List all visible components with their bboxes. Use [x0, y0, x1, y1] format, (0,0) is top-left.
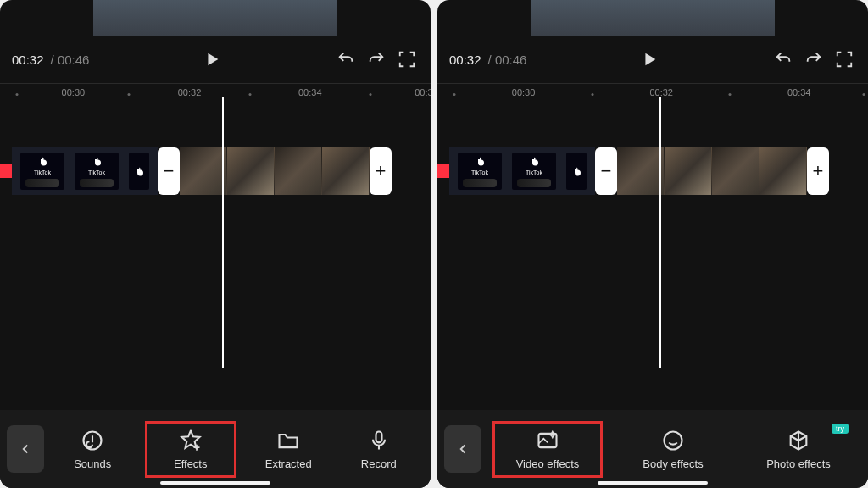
- undo-button[interactable]: [771, 47, 795, 71]
- current-time: 00:32: [449, 53, 481, 67]
- timeline-ruler[interactable]: 00:30 00:32 00:34 00:36: [0, 83, 431, 105]
- image-sparkle-icon: [536, 429, 559, 452]
- tool-video-effects[interactable]: Video effects: [492, 421, 603, 478]
- video-track: TikTok TikTok − +: [12, 147, 392, 195]
- cube-icon: [787, 429, 810, 452]
- playback-controls: 00:32 / 00:46: [437, 36, 868, 80]
- tool-label: Sounds: [74, 458, 111, 470]
- total-time: / 00:46: [51, 53, 90, 67]
- tool-effects[interactable]: Effects: [145, 421, 236, 478]
- playhead[interactable]: [222, 97, 224, 368]
- video-preview: [93, 0, 337, 36]
- tool-photo-effects[interactable]: try Photo effects: [743, 425, 854, 474]
- tool-record[interactable]: Record: [341, 425, 417, 474]
- microphone-icon: [367, 429, 391, 452]
- home-indicator[interactable]: [598, 481, 708, 485]
- playhead[interactable]: [659, 97, 661, 368]
- editor-panel-right: 00:32 / 00:46 00:30 00:32 00:34: [437, 0, 868, 488]
- bottom-toolbar: Sounds Effects Extracted Record: [0, 410, 431, 488]
- tool-label: Photo effects: [766, 458, 831, 470]
- clip-tiktok[interactable]: TikTok TikTok: [449, 147, 595, 195]
- clip-add-button[interactable]: +: [370, 147, 392, 195]
- clip-main[interactable]: [180, 147, 370, 195]
- timeline-area[interactable]: TikTok TikTok − +: [437, 130, 868, 224]
- playback-controls: 00:32 / 00:46: [0, 36, 431, 80]
- clip-thumb: TikTok: [20, 152, 64, 190]
- tool-body-effects[interactable]: Body effects: [618, 425, 728, 474]
- undo-button[interactable]: [334, 47, 358, 71]
- tool-label: Effects: [174, 458, 208, 470]
- clip-thumb: TikTok: [458, 152, 502, 190]
- current-time: 00:32: [12, 53, 44, 67]
- tool-label: Body effects: [643, 458, 703, 470]
- timeline-area[interactable]: TikTok TikTok − +: [0, 130, 431, 224]
- home-indicator[interactable]: [160, 481, 270, 485]
- total-time: / 00:46: [488, 53, 527, 67]
- timeline-ruler[interactable]: 00:30 00:32 00:34: [437, 83, 868, 105]
- ruler-tick: 00:32: [649, 87, 673, 97]
- clip-trim-handle-left[interactable]: −: [158, 147, 180, 195]
- clip-thumb: [566, 152, 587, 190]
- tool-label: Extracted: [265, 458, 312, 470]
- ruler-tick: 00:30: [62, 87, 86, 97]
- try-badge: try: [832, 424, 849, 434]
- clip-thumb: [129, 152, 149, 190]
- clip-main[interactable]: [617, 147, 807, 195]
- star-icon: [179, 429, 203, 452]
- bottom-toolbar: Video effects Body effects try Photo eff…: [437, 410, 868, 488]
- tool-label: Video effects: [516, 458, 580, 470]
- tool-label: Record: [361, 458, 397, 470]
- music-note-icon: [81, 429, 104, 452]
- video-preview: [531, 0, 775, 36]
- redo-button[interactable]: [364, 47, 388, 71]
- fullscreen-button[interactable]: [395, 47, 419, 71]
- clip-tiktok[interactable]: TikTok TikTok: [12, 147, 158, 195]
- back-button[interactable]: [444, 425, 481, 473]
- face-icon: [661, 429, 685, 452]
- ruler-tick: 00:36: [415, 87, 431, 97]
- back-button[interactable]: [7, 425, 44, 473]
- ruler-tick: 00:34: [787, 87, 811, 97]
- fullscreen-button[interactable]: [832, 47, 856, 71]
- clip-thumb: TikTok: [75, 152, 119, 190]
- tool-extracted[interactable]: Extracted: [250, 425, 326, 474]
- svg-point-3: [665, 431, 682, 449]
- ruler-tick: 00:30: [512, 87, 536, 97]
- ruler-tick: 00:32: [178, 87, 202, 97]
- play-button[interactable]: [200, 47, 224, 71]
- svg-rect-1: [376, 431, 381, 442]
- editor-panel-left: 00:32 / 00:46 00:30 00:32 00:34 00:36: [0, 0, 431, 488]
- tool-sounds[interactable]: Sounds: [54, 425, 131, 474]
- folder-icon: [276, 429, 300, 452]
- play-button[interactable]: [637, 47, 661, 71]
- clip-trim-handle-left[interactable]: −: [595, 147, 617, 195]
- video-track: TikTok TikTok − +: [449, 147, 829, 195]
- redo-button[interactable]: [802, 47, 826, 71]
- clip-thumb: TikTok: [512, 152, 556, 190]
- ruler-tick: 00:34: [298, 87, 322, 97]
- clip-add-button[interactable]: +: [807, 147, 829, 195]
